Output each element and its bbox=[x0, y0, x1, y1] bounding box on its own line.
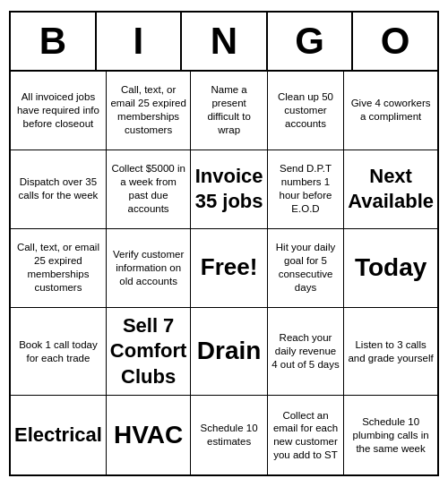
bingo-cell-6: Collect $5000 in a week from past due ac… bbox=[107, 150, 192, 229]
bingo-cell-22: Schedule 10 estimates bbox=[191, 396, 267, 474]
bingo-cell-17: Drain bbox=[191, 308, 267, 397]
bingo-cell-1: Call, text, or email 25 expired membersh… bbox=[107, 72, 192, 150]
bingo-cell-16: Sell 7 Comfort Clubs bbox=[107, 308, 192, 397]
bingo-cell-10: Call, text, or email 25 expired membersh… bbox=[11, 229, 107, 308]
bingo-letter-b: B bbox=[11, 13, 97, 70]
bingo-grid: All invoiced jobs have required info bef… bbox=[11, 72, 437, 475]
bingo-cell-2: Name a present difficult to wrap bbox=[191, 72, 267, 150]
bingo-cell-18: Reach your daily revenue 4 out of 5 days bbox=[268, 308, 344, 397]
bingo-cell-4: Give 4 coworkers a compliment bbox=[344, 72, 437, 150]
bingo-cell-7: Invoice 35 jobs bbox=[191, 150, 267, 229]
bingo-cell-8: Send D.P.T numbers 1 hour before E.O.D bbox=[268, 150, 344, 229]
bingo-cell-20: Electrical bbox=[11, 396, 107, 474]
bingo-cell-15: Book 1 call today for each trade bbox=[11, 308, 107, 397]
bingo-letter-g: G bbox=[268, 13, 354, 70]
bingo-cell-0: All invoiced jobs have required info bef… bbox=[11, 72, 107, 150]
bingo-card: BINGO All invoiced jobs have required in… bbox=[9, 11, 439, 477]
bingo-header: BINGO bbox=[11, 13, 437, 72]
bingo-cell-24: Schedule 10 plumbing calls in the same w… bbox=[344, 396, 437, 474]
bingo-cell-21: HVAC bbox=[107, 396, 192, 474]
bingo-letter-i: I bbox=[97, 13, 183, 70]
bingo-cell-14: Today bbox=[344, 229, 437, 308]
bingo-cell-23: Collect an email for each new customer y… bbox=[268, 396, 344, 474]
bingo-cell-19: Listen to 3 calls and grade yourself bbox=[344, 308, 437, 397]
bingo-cell-3: Clean up 50 customer accounts bbox=[268, 72, 344, 150]
bingo-letter-n: N bbox=[182, 13, 268, 70]
bingo-cell-13: Hit your daily goal for 5 consecutive da… bbox=[268, 229, 344, 308]
bingo-letter-o: O bbox=[353, 13, 437, 70]
bingo-cell-11: Verify customer information on old accou… bbox=[107, 229, 192, 308]
bingo-cell-5: Dispatch over 35 calls for the week bbox=[11, 150, 107, 229]
bingo-cell-12: Free! bbox=[191, 229, 267, 308]
bingo-cell-9: Next Available bbox=[344, 150, 437, 229]
